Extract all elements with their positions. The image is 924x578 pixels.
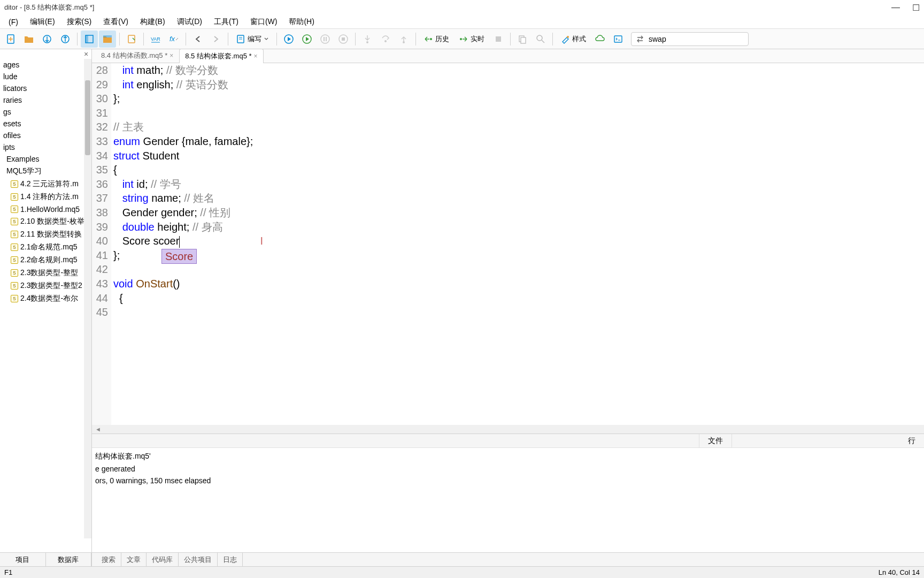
maximize-button[interactable]: ☐ [912, 4, 920, 11]
output-tab-search[interactable]: 搜索 [96, 553, 121, 567]
output-tab-log[interactable]: 日志 [218, 553, 243, 567]
toolbar-separator [415, 33, 416, 45]
compile-button[interactable]: 编写 [232, 32, 273, 46]
menu-debug[interactable]: 调试(D) [172, 16, 207, 28]
scroll-left-icon[interactable]: ◄ [95, 426, 101, 432]
new-file-button[interactable] [2, 31, 19, 48]
tree-folder[interactable]: ages [0, 59, 91, 71]
tree-file[interactable]: 51.HelloWorld.mq5 [0, 203, 91, 215]
minimize-button[interactable]: — [892, 4, 899, 11]
open-folder-button[interactable] [20, 31, 37, 48]
tree-file[interactable]: 52.1命名规范.mq5 [0, 241, 91, 254]
toolbar: VAR fx 编写 历史 实时 样式 [0, 29, 924, 49]
tab-close-icon[interactable]: × [170, 52, 173, 59]
tree-folder[interactable]: esets [0, 118, 91, 130]
output-tab-codebase[interactable]: 代码库 [147, 553, 179, 567]
tree-file[interactable]: 52.4数据类型-布尔 [0, 292, 91, 305]
output-line: e generated [95, 463, 921, 475]
toolbar-separator [355, 33, 356, 45]
code-lines[interactable]: int math; // 数学分数 int english; // 英语分数};… [111, 63, 924, 425]
tree-folder[interactable]: Examples [0, 153, 91, 165]
terminal-button[interactable] [610, 31, 627, 48]
copy-button[interactable] [514, 31, 531, 48]
tree-file[interactable]: 52.11 数据类型转换 [0, 228, 91, 241]
cloud-button[interactable] [591, 31, 609, 48]
editor-hscroll[interactable]: ◄ [92, 425, 924, 434]
toolbar-separator [228, 33, 228, 45]
menu-view[interactable]: 查看(V) [98, 16, 134, 28]
menu-help[interactable]: 帮助(H) [283, 16, 319, 28]
nav-forward-button[interactable] [207, 31, 225, 48]
var-button[interactable]: VAR [147, 31, 164, 48]
run-button[interactable] [298, 31, 315, 48]
step-out-button[interactable] [395, 31, 412, 48]
svg-point-22 [366, 41, 368, 43]
search-input[interactable] [649, 35, 744, 43]
window-controls: — ☐ [892, 4, 920, 11]
history-button[interactable]: 历史 [419, 32, 453, 46]
svg-line-31 [542, 40, 544, 43]
title-bar: ditor - [8.5 结构体嵌套.mq5 *] — ☐ [0, 0, 924, 15]
styles-button[interactable]: 样式 [556, 32, 590, 46]
save-all-button[interactable] [57, 31, 74, 48]
menu-tools[interactable]: 工具(T) [209, 16, 244, 28]
svg-text:fx: fx [170, 35, 175, 43]
chevron-down-icon [264, 36, 269, 42]
debug-start-button[interactable] [280, 31, 297, 48]
toggle-navigator-button[interactable] [81, 31, 98, 48]
svg-point-24 [403, 41, 405, 43]
tree-folder[interactable]: MQL5学习 [0, 165, 91, 178]
output-col-line: 行 [732, 434, 924, 447]
editor-tab-active[interactable]: 8.5 结构体嵌套.mq5 *× [179, 49, 263, 63]
sidebar-scrollbar[interactable] [84, 59, 91, 538]
output-header: 文件 行 [92, 434, 924, 448]
tree-folder[interactable]: ipts [0, 141, 91, 153]
step-into-button[interactable] [359, 31, 376, 48]
menu-build[interactable]: 构建(B) [135, 16, 171, 28]
swap-icon [636, 35, 644, 43]
output-tab-articles[interactable]: 文章 [121, 553, 147, 567]
sidebar-tab-database[interactable]: 数据库 [46, 553, 92, 566]
toolbar-separator [143, 33, 144, 45]
scrollbar-thumb[interactable] [85, 80, 90, 155]
output-line: 结构体嵌套.mq5' [95, 450, 921, 463]
save-button[interactable] [38, 31, 56, 48]
find-button[interactable] [532, 31, 549, 48]
svg-point-30 [537, 35, 542, 41]
tab-close-icon[interactable]: × [254, 52, 258, 60]
tree-folder[interactable]: lude [0, 71, 91, 82]
tree-file[interactable]: 52.10 数据类型-枚举 [0, 215, 91, 228]
line-gutter: 282930313233343536373839404142434445 [92, 63, 111, 425]
tree-file[interactable]: 52.3数据类型-整型 [0, 267, 91, 279]
function-button[interactable]: fx [165, 31, 182, 48]
toolbar-search[interactable] [631, 32, 749, 46]
menu-file[interactable]: (F) [3, 16, 24, 28]
tree-file[interactable]: 51.4 注释的方法.m [0, 191, 91, 203]
tree-file[interactable]: 52.3数据类型-整型2 [0, 279, 91, 292]
menu-window[interactable]: 窗口(W) [245, 16, 283, 28]
menu-edit[interactable]: 编辑(E) [25, 16, 60, 28]
output-tab-public[interactable]: 公共项目 [179, 553, 218, 567]
tree-folder[interactable]: raries [0, 94, 91, 106]
live-button[interactable]: 实时 [455, 32, 489, 46]
clipboard-button[interactable] [123, 31, 140, 48]
tree-folder[interactable]: licators [0, 82, 91, 94]
code-editor[interactable]: 282930313233343536373839404142434445 int… [92, 63, 924, 425]
menu-search[interactable]: 搜索(S) [61, 16, 97, 28]
step-over-button[interactable] [377, 31, 394, 48]
tree-file[interactable]: 52.2命名规则.mq5 [0, 254, 91, 267]
autocomplete-popup[interactable]: Score [161, 249, 197, 264]
toggle-toolbox-button[interactable] [99, 31, 116, 48]
svg-point-32 [567, 36, 569, 38]
svg-rect-21 [342, 37, 345, 41]
editor-tab[interactable]: 8.4 结构体函数.mq5 *× [95, 48, 179, 63]
tree-folder[interactable]: gs [0, 106, 91, 118]
tree-file[interactable]: 54.2 三元运算符.m [0, 178, 91, 191]
svg-point-26 [460, 38, 462, 40]
stop-live-button[interactable] [490, 31, 507, 48]
nav-back-button[interactable] [189, 31, 206, 48]
pause-button[interactable] [317, 31, 334, 48]
sidebar-tab-project[interactable]: 项目 [0, 553, 46, 566]
stop-button[interactable] [335, 31, 352, 48]
tree-folder[interactable]: ofiles [0, 130, 91, 141]
